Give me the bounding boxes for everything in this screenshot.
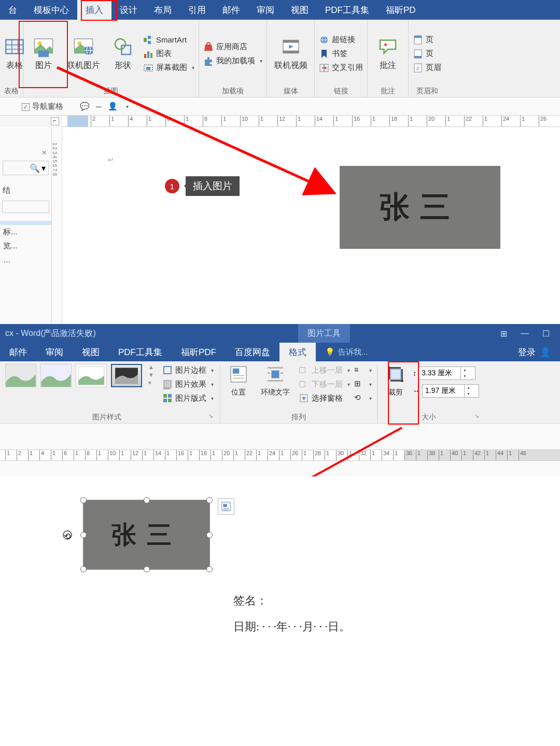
tab-foxit-pdf[interactable]: 福昕PD: [377, 0, 424, 20]
resize-handle-n[interactable]: [144, 497, 150, 503]
selected-signature-image[interactable]: 张三 ⟲: [83, 500, 210, 570]
resize-handle-e[interactable]: [206, 532, 213, 538]
minimize-icon[interactable]: —: [521, 329, 529, 339]
nav-search-box[interactable]: 🔍▾: [3, 161, 49, 175]
dialog-launcher-icon[interactable]: ↘: [208, 413, 213, 419]
tab-references[interactable]: 引用: [180, 0, 214, 20]
tab-review[interactable]: 审阅: [36, 343, 73, 361]
align-button[interactable]: ≡▾: [354, 364, 372, 376]
nav-item[interactable]: [0, 221, 51, 225]
nav-item[interactable]: …: [0, 253, 51, 266]
header-button[interactable]: 页: [413, 34, 441, 46]
svg-rect-14: [122, 46, 131, 55]
nav-item[interactable]: 览...: [0, 239, 51, 253]
svg-rect-47: [163, 399, 167, 402]
position-button[interactable]: 位置: [226, 364, 251, 397]
width-input[interactable]: ▲▼: [422, 384, 479, 398]
picture-layout-button[interactable]: 图片版式▾: [162, 392, 214, 404]
tab-view[interactable]: 视图: [283, 0, 317, 20]
style-scroll-down[interactable]: ▼: [148, 372, 154, 378]
rotate-handle[interactable]: ⟲: [63, 530, 72, 540]
tab-pdf-tools[interactable]: PDF工具集: [109, 343, 172, 361]
group-button[interactable]: ⊞▾: [354, 378, 372, 390]
app-store-button[interactable]: 应用商店: [203, 40, 262, 53]
smartart-icon: [143, 35, 153, 45]
wrap-icon: [265, 364, 286, 385]
wrap-text-button[interactable]: 环绕文字: [256, 364, 295, 397]
ribbon-display-icon[interactable]: ⊞: [500, 329, 507, 339]
tell-me-box[interactable]: 💡告诉我...: [316, 343, 377, 361]
tab-mail[interactable]: 邮件: [214, 0, 248, 20]
tab-foxit-pdf[interactable]: 福昕PDF: [172, 343, 226, 361]
send-backward-button[interactable]: ▢下移一层▾: [299, 378, 350, 390]
person-icon[interactable]: 👤: [108, 102, 118, 111]
svg-rect-46: [168, 394, 172, 398]
online-video-button[interactable]: 联机视频: [271, 22, 310, 85]
document-area-bottom[interactable]: 张三 ⟲ 签名： 日期: · · ·年· · ·月· · ·日。: [0, 476, 560, 746]
login-button[interactable]: 登录👤: [509, 343, 560, 361]
style-gallery-more[interactable]: ▾: [148, 379, 154, 386]
tab-review[interactable]: 审阅: [248, 0, 283, 20]
tab-platform[interactable]: 台: [0, 0, 25, 20]
picture-border-button[interactable]: 图片边框▾: [162, 364, 214, 376]
new-comment-icon[interactable]: 💬: [80, 102, 90, 111]
layout-options-button[interactable]: [218, 498, 234, 515]
pagenum-button[interactable]: #页眉: [413, 62, 441, 74]
picture-effects-button[interactable]: 图片效果▾: [162, 378, 214, 390]
tab-baidu[interactable]: 百度网盘: [226, 343, 279, 361]
maximize-icon[interactable]: ☐: [542, 329, 550, 339]
picture-style-2[interactable]: [40, 364, 72, 387]
document-area[interactable]: ↵ 1 插入图片 张三: [52, 127, 560, 324]
bookmark-button[interactable]: 书签: [319, 48, 363, 60]
tab-design[interactable]: 设计: [111, 0, 146, 20]
smartart-button[interactable]: SmartArt: [143, 34, 194, 46]
signature-image[interactable]: 张三: [340, 166, 500, 249]
crossref-button[interactable]: 交叉引用: [319, 62, 363, 74]
height-input[interactable]: ▲▼: [418, 367, 475, 380]
chart-button[interactable]: 图表: [143, 48, 194, 60]
resize-handle-sw[interactable]: [80, 566, 87, 572]
effects-icon: [162, 379, 173, 389]
vertical-ruler[interactable]: 1 2 3 4 5 6 7 8: [52, 127, 62, 324]
nav-pane-checkbox[interactable]: ✓导航窗格: [22, 102, 63, 111]
resize-handle-w[interactable]: [80, 532, 87, 538]
nav-item[interactable]: 标...: [0, 225, 51, 239]
dialog-launcher-icon[interactable]: ↘: [474, 413, 479, 419]
style-scroll-up[interactable]: ▲: [148, 364, 154, 370]
screenshot-button[interactable]: 屏幕截图▾: [143, 62, 194, 74]
my-addins-button[interactable]: 我的加载项▾: [203, 54, 262, 67]
svg-rect-59: [390, 369, 401, 379]
tab-pdf-tools[interactable]: PDF工具集: [317, 0, 377, 20]
picture-style-3[interactable]: [76, 364, 107, 387]
nav-input[interactable]: [2, 201, 49, 213]
crop-button[interactable]: 裁剪: [383, 364, 409, 397]
tab-template-center[interactable]: 模板中心: [25, 0, 77, 20]
comment-button[interactable]: ✦ 批注: [372, 22, 404, 85]
pagenum-icon: #: [413, 63, 423, 73]
tab-format[interactable]: 格式: [279, 343, 316, 361]
step-1-callout: 插入图片: [186, 176, 240, 196]
ruler-corner[interactable]: ⌐: [51, 117, 59, 125]
resize-handle-nw[interactable]: [80, 497, 87, 503]
online-picture-button[interactable]: 联机图片: [64, 22, 103, 85]
picture-button[interactable]: 图片: [27, 22, 60, 85]
rotate-button[interactable]: ⟲▾: [354, 392, 372, 404]
tab-mail[interactable]: 邮件: [0, 343, 36, 361]
nav-tab-results[interactable]: 结: [3, 186, 49, 195]
shapes-button[interactable]: 形状: [107, 22, 139, 85]
picture-style-4-selected[interactable]: [111, 364, 142, 387]
resize-handle-s[interactable]: [144, 566, 150, 572]
hyperlink-button[interactable]: 超链接: [319, 34, 363, 46]
resize-handle-se[interactable]: [206, 566, 213, 572]
tab-insert[interactable]: 插入: [77, 0, 111, 20]
horizontal-ruler-bottom[interactable]: 1214161811011211411611812012212412612813…: [0, 449, 560, 461]
selection-pane-button[interactable]: 选择窗格: [299, 392, 350, 404]
resize-handle-ne[interactable]: [206, 497, 213, 503]
picture-style-1[interactable]: [5, 364, 36, 387]
tab-view[interactable]: 视图: [73, 343, 109, 361]
tab-layout[interactable]: 布局: [146, 0, 180, 20]
footer-button[interactable]: 页: [413, 48, 441, 60]
tables-button[interactable]: 表格: [4, 22, 25, 85]
bring-forward-button[interactable]: ▢上移一层▾: [299, 364, 350, 376]
close-icon[interactable]: ✕: [41, 149, 47, 157]
